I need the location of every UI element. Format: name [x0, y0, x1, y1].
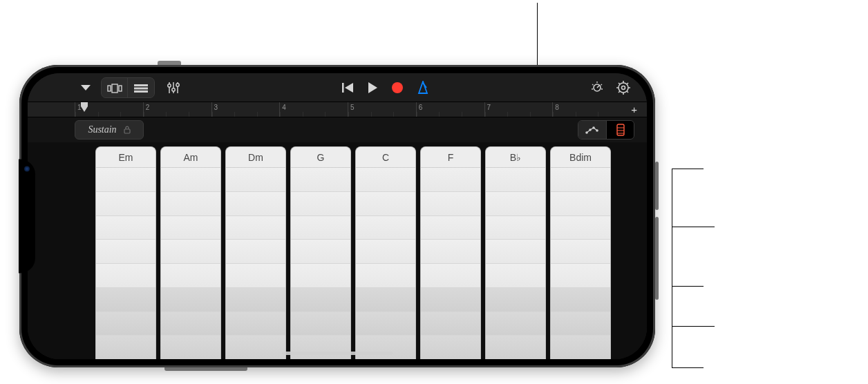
record-button[interactable] [387, 77, 408, 98]
ruler-bar[interactable]: 5 [348, 102, 416, 117]
ruler-bar[interactable]: 1 [75, 102, 143, 117]
chord-strip[interactable]: F [420, 146, 481, 359]
chord-strip[interactable]: Bdim [550, 146, 611, 359]
chord-bass-segment[interactable] [96, 312, 155, 336]
chord-strip[interactable]: Am [160, 146, 221, 359]
chord-bass-segment[interactable] [551, 336, 610, 359]
chord-segment[interactable] [486, 264, 545, 288]
chord-segment[interactable] [96, 240, 155, 264]
chord-bass-segment[interactable] [96, 336, 155, 359]
chord-segment[interactable] [96, 216, 155, 240]
ruler-tick [120, 112, 143, 117]
chord-bass-segment[interactable] [291, 288, 350, 312]
ruler-bar[interactable]: 8 [552, 102, 621, 117]
tracks-view-button[interactable] [128, 78, 154, 98]
chord-segment[interactable] [226, 264, 285, 288]
timeline-ruler[interactable]: 12345678 + [28, 102, 647, 117]
chord-segment[interactable] [161, 240, 220, 264]
sustain-toggle[interactable]: Sustain [75, 120, 144, 140]
chord-strip[interactable]: B♭ [485, 146, 546, 359]
chord-segment[interactable] [421, 192, 480, 216]
top-toolbar [28, 73, 647, 102]
ruler-bar[interactable]: 6 [416, 102, 484, 117]
chord-bass-segment[interactable] [356, 288, 415, 312]
chord-segment[interactable] [486, 168, 545, 192]
chord-segment[interactable] [551, 264, 610, 288]
chord-segment[interactable] [551, 192, 610, 216]
chord-strip[interactable]: C [355, 146, 416, 359]
ruler-bar[interactable]: 4 [279, 102, 348, 117]
chord-segment[interactable] [161, 168, 220, 192]
chord-segment[interactable] [356, 216, 415, 240]
chord-segment[interactable] [291, 168, 350, 192]
mixer-button[interactable] [162, 77, 185, 98]
chord-bass-segment[interactable] [551, 288, 610, 312]
ruler-bar[interactable]: 3 [211, 102, 280, 117]
chord-segment[interactable] [161, 192, 220, 216]
chord-segment[interactable] [356, 192, 415, 216]
chord-strip[interactable]: Em [95, 146, 156, 359]
chord-bass-segment[interactable] [421, 336, 480, 359]
chord-bass-segment[interactable] [226, 336, 285, 359]
chord-segment[interactable] [356, 168, 415, 192]
chord-segment[interactable] [421, 168, 480, 192]
chord-segment[interactable] [421, 240, 480, 264]
chord-segment[interactable] [96, 264, 155, 288]
chord-segment[interactable] [551, 216, 610, 240]
chord-bass-segment[interactable] [161, 312, 220, 336]
chord-bass-segment[interactable] [356, 336, 415, 359]
chord-segment[interactable] [291, 264, 350, 288]
settings-button[interactable] [612, 77, 634, 98]
chord-bass-segment[interactable] [356, 312, 415, 336]
arpeggiator-mode-button[interactable] [578, 121, 606, 139]
sound-browser-button[interactable] [586, 77, 608, 98]
chord-segment[interactable] [226, 168, 285, 192]
metronome-button[interactable] [412, 77, 434, 98]
chord-segment[interactable] [291, 240, 350, 264]
chord-segment[interactable] [486, 216, 545, 240]
chord-bass-segment[interactable] [551, 312, 610, 336]
ruler-tick [553, 112, 576, 117]
svg-point-9 [172, 88, 175, 90]
chord-segment[interactable] [551, 240, 610, 264]
chord-segment[interactable] [356, 240, 415, 264]
add-section-button[interactable]: + [631, 104, 637, 115]
ruler-bar[interactable]: 7 [484, 102, 553, 117]
chord-segment[interactable] [96, 168, 155, 192]
chord-bass-segment[interactable] [226, 288, 285, 312]
play-button[interactable] [362, 77, 383, 98]
chord-bass-segment[interactable] [421, 288, 480, 312]
callout-line [672, 169, 704, 169]
chord-segment[interactable] [291, 192, 350, 216]
chord-strip[interactable]: G [290, 146, 351, 359]
previous-button[interactable] [337, 77, 358, 98]
chord-segment[interactable] [421, 216, 480, 240]
chord-segment[interactable] [226, 192, 285, 216]
chord-bass-segment[interactable] [226, 312, 285, 336]
chord-bass-segment[interactable] [161, 336, 220, 359]
chevron-down-button[interactable] [75, 77, 97, 98]
chord-segment[interactable] [486, 240, 545, 264]
chord-segment[interactable] [161, 264, 220, 288]
chord-bass-segment[interactable] [161, 288, 220, 312]
chord-bass-segment[interactable] [291, 312, 350, 336]
chord-bass-segment[interactable] [486, 336, 545, 359]
chord-segment[interactable] [226, 216, 285, 240]
chord-bass-segment[interactable] [486, 288, 545, 312]
chord-segment[interactable] [161, 216, 220, 240]
chord-segment[interactable] [356, 264, 415, 288]
chord-bass-segment[interactable] [96, 288, 155, 312]
chord-bass-segment[interactable] [291, 336, 350, 359]
chord-bass-segment[interactable] [421, 312, 480, 336]
chord-segment[interactable] [486, 192, 545, 216]
chord-segment[interactable] [96, 192, 155, 216]
chord-segment[interactable] [551, 168, 610, 192]
browser-view-button[interactable] [102, 78, 128, 98]
ruler-bar[interactable]: 2 [143, 102, 211, 117]
chord-bass-segment[interactable] [486, 312, 545, 336]
chord-strips-mode-button[interactable] [606, 121, 634, 139]
chord-segment[interactable] [421, 264, 480, 288]
chord-segment[interactable] [291, 216, 350, 240]
chord-strip[interactable]: Dm [225, 146, 286, 359]
chord-segment[interactable] [226, 240, 285, 264]
